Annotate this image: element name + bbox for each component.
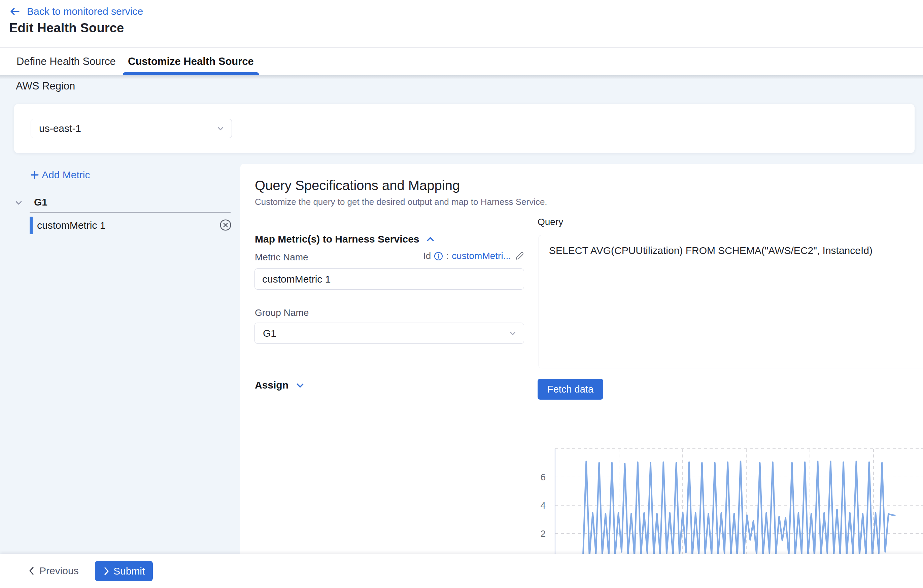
edit-pencil-icon[interactable]	[514, 251, 524, 261]
previous-button-label: Previous	[39, 565, 79, 577]
chevron-down-icon	[295, 380, 305, 390]
aws-region-label: AWS Region	[16, 80, 75, 92]
group-name-selected-value: G1	[263, 328, 276, 339]
page-title: Edit Health Source	[9, 21, 124, 35]
metric-id-row: Id : customMetri...	[255, 251, 524, 261]
info-icon[interactable]	[434, 252, 443, 261]
back-arrow-icon	[9, 6, 20, 17]
delete-metric-icon[interactable]	[220, 219, 232, 231]
plus-icon	[30, 170, 40, 180]
assign-label: Assign	[255, 379, 289, 391]
selected-indicator-bar	[30, 217, 33, 234]
edit-health-source-page: Back to monitored service Edit Health So…	[0, 0, 923, 588]
metric-preview-chart: 246	[537, 445, 923, 554]
panel-heading: Query Specifications and Mapping	[255, 178, 460, 193]
chevron-right-icon	[103, 567, 110, 576]
chevron-left-icon	[28, 566, 35, 576]
chevron-down-icon	[216, 124, 225, 133]
fetch-data-button[interactable]: Fetch data	[537, 379, 603, 400]
aws-region-selected-value: us-east-1	[39, 123, 81, 134]
page-header: Back to monitored service Edit Health So…	[0, 0, 923, 48]
svg-text:2: 2	[540, 529, 546, 539]
metric-list-item[interactable]: customMetric 1	[30, 216, 232, 235]
tab-customize-health-source[interactable]: Customize Health Source	[128, 48, 254, 75]
submit-button-label: Submit	[113, 565, 145, 577]
line-chart: 246	[537, 445, 923, 554]
aws-region-card: us-east-1	[14, 104, 915, 153]
id-prefix-label: Id	[423, 251, 431, 261]
chevron-up-icon	[425, 234, 435, 244]
map-metrics-section-title: Map Metric(s) to Harness Services	[255, 233, 419, 245]
query-specifications-panel: Query Specifications and Mapping Customi…	[240, 164, 923, 554]
add-metric-button[interactable]: Add Metric	[30, 169, 90, 181]
back-link-label: Back to monitored service	[27, 6, 143, 17]
metric-group-header[interactable]: G1	[34, 196, 48, 208]
footer-bar: Previous Submit	[0, 554, 923, 588]
group-name-label: Group Name	[255, 308, 309, 318]
aws-region-select[interactable]: us-east-1	[31, 119, 232, 138]
panel-subheading: Customize the query to get the desired o…	[255, 197, 547, 207]
metric-item-label: customMetric 1	[37, 219, 105, 231]
back-to-monitored-service-link[interactable]: Back to monitored service	[9, 5, 143, 18]
metric-name-input[interactable]	[255, 269, 524, 290]
group-name-select[interactable]: G1	[255, 323, 524, 344]
chevron-down-icon	[508, 329, 517, 338]
svg-text:4: 4	[540, 500, 546, 511]
submit-button[interactable]: Submit	[95, 561, 153, 581]
svg-text:6: 6	[540, 472, 546, 482]
id-separator: :	[446, 251, 449, 261]
group-collapse-chevron-icon[interactable]	[14, 198, 23, 207]
health-source-tabbar: Define Health Source Customize Health So…	[0, 48, 923, 75]
previous-button[interactable]: Previous	[28, 562, 79, 579]
assign-section-toggle[interactable]: Assign	[255, 379, 305, 391]
add-metric-label: Add Metric	[42, 169, 90, 181]
group-divider	[30, 212, 231, 213]
content-area: AWS Region us-east-1 Add Metric G1	[0, 75, 923, 554]
map-metrics-section-toggle[interactable]: Map Metric(s) to Harness Services	[255, 233, 435, 245]
query-textarea[interactable]: SELECT AVG(CPUUtilization) FROM SCHEMA("…	[539, 235, 923, 369]
tab-define-health-source[interactable]: Define Health Source	[16, 48, 116, 75]
metric-id-value-link[interactable]: customMetri...	[452, 251, 511, 261]
metrics-sidebar: Add Metric G1 customMetric 1	[0, 164, 240, 554]
query-label: Query	[537, 217, 563, 228]
